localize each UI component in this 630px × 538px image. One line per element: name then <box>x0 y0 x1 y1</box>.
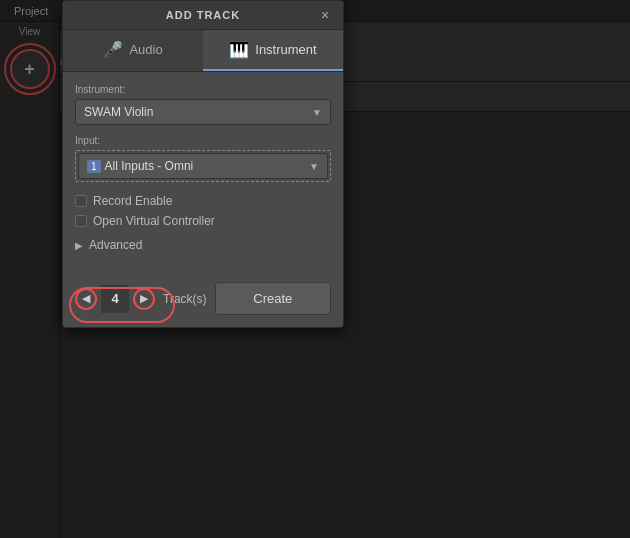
record-enable-label: Record Enable <box>93 194 172 208</box>
instrument-icon: 🎹 <box>229 40 249 59</box>
open-virtual-controller-checkbox[interactable] <box>75 215 87 227</box>
track-count-decrement[interactable]: ◀ <box>75 288 97 310</box>
tab-instrument-label: Instrument <box>255 42 316 57</box>
input-border: 1 All Inputs - Omni ▼ <box>75 150 331 182</box>
dialog-tabs: 🎤 Audio 🎹 Instrument <box>63 30 343 72</box>
track-count-wrapper: ◀ 4 ▶ <box>75 285 155 313</box>
record-enable-checkbox[interactable] <box>75 195 87 207</box>
dialog-titlebar: ADD TRACK × <box>63 1 343 30</box>
dialog-footer: ◀ 4 ▶ Track(s) Create <box>63 274 343 327</box>
audio-icon: 🎤 <box>103 40 123 59</box>
input-select[interactable]: 1 All Inputs - Omni ▼ <box>78 153 328 179</box>
instrument-label: Instrument: <box>75 84 331 95</box>
input-value: All Inputs - Omni <box>105 159 194 173</box>
input-label: Input: <box>75 135 331 146</box>
input-select-arrow: ▼ <box>309 161 319 172</box>
add-track-dialog: ADD TRACK × 🎤 Audio 🎹 Instrument Instrum… <box>62 0 344 328</box>
dialog-body: Instrument: SWAM Violin ▼ Input: 1 All I… <box>63 72 343 274</box>
input-number-badge: 1 <box>87 160 101 173</box>
track-count-increment[interactable]: ▶ <box>133 288 155 310</box>
tab-audio-label: Audio <box>129 42 162 57</box>
create-button[interactable]: Create <box>215 282 331 315</box>
dialog-close-button[interactable]: × <box>317 7 333 23</box>
open-virtual-controller-row[interactable]: Open Virtual Controller <box>75 214 331 228</box>
tab-instrument[interactable]: 🎹 Instrument <box>203 30 343 71</box>
tab-audio[interactable]: 🎤 Audio <box>63 30 203 71</box>
track-count-value: 4 <box>101 285 129 313</box>
open-virtual-controller-label: Open Virtual Controller <box>93 214 215 228</box>
record-enable-row[interactable]: Record Enable <box>75 194 331 208</box>
tracks-label: Track(s) <box>163 292 207 306</box>
instrument-select[interactable]: SWAM Violin ▼ <box>75 99 331 125</box>
advanced-row[interactable]: ▶ Advanced <box>75 238 331 252</box>
instrument-select-arrow: ▼ <box>312 107 322 118</box>
instrument-value: SWAM Violin <box>84 105 153 119</box>
advanced-label: Advanced <box>89 238 142 252</box>
dialog-title: ADD TRACK <box>89 9 317 21</box>
advanced-triangle-icon: ▶ <box>75 240 83 251</box>
